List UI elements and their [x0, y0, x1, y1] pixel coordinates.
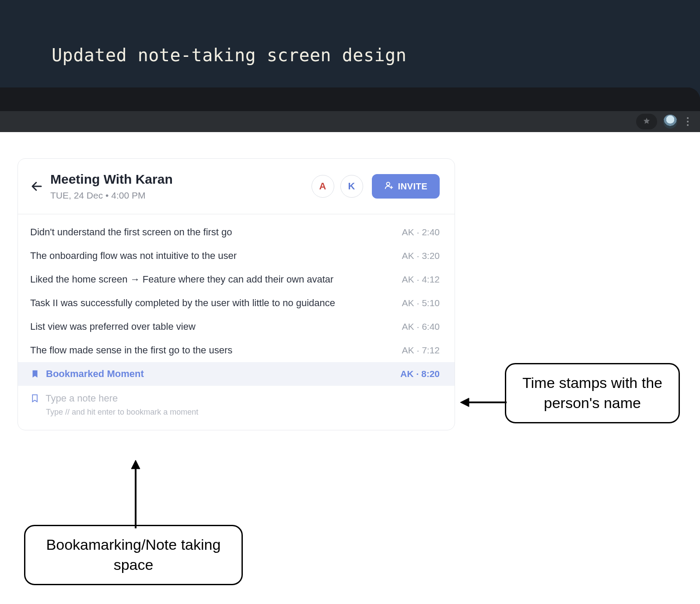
meeting-header: Meeting With Karan TUE, 24 Dec • 4:00 PM…: [18, 159, 455, 214]
bookmark-page-button[interactable]: [636, 114, 657, 129]
note-row[interactable]: The flow made sense in the first go to t…: [18, 339, 455, 362]
note-meta: AK · 5:10: [402, 298, 440, 308]
notes-list: Didn't understand the first screen on th…: [18, 214, 455, 362]
svg-marker-2: [460, 398, 469, 407]
note-input[interactable]: [46, 393, 440, 404]
note-text: Didn't understand the first screen on th…: [30, 227, 232, 238]
note-row[interactable]: Didn't understand the first screen on th…: [18, 220, 455, 244]
browser-menu-icon[interactable]: [683, 117, 692, 126]
note-meta: AK · 6:40: [402, 321, 440, 332]
meeting-subtitle: TUE, 24 Dec • 4:00 PM: [50, 190, 312, 201]
slide-title: Updated note-taking screen design: [52, 45, 406, 65]
meeting-card: Meeting With Karan TUE, 24 Dec • 4:00 PM…: [18, 158, 455, 430]
note-meta: AK · 2:40: [402, 227, 440, 237]
note-input-block: Type // and hit enter to bookmark a mome…: [18, 386, 455, 430]
note-text: List view was preferred over table view: [30, 321, 196, 332]
bookmark-label: Bookmarked Moment: [46, 368, 144, 380]
note-row[interactable]: List view was preferred over table viewA…: [18, 315, 455, 339]
bookmark-meta: AK · 8:20: [400, 369, 440, 379]
svg-marker-4: [131, 460, 140, 469]
note-meta: AK · 4:12: [402, 274, 440, 285]
note-meta: AK · 7:12: [402, 345, 440, 356]
invite-button[interactable]: INVITE: [372, 174, 440, 199]
note-text: The flow made sense in the first go to t…: [30, 345, 232, 356]
meeting-title: Meeting With Karan: [50, 172, 312, 187]
attendee-list: AK: [312, 175, 363, 198]
note-text: The onboarding flow was not intuitive to…: [30, 250, 237, 262]
note-row[interactable]: The onboarding flow was not intuitive to…: [18, 244, 455, 268]
note-meta: AK · 3:20: [402, 251, 440, 261]
star-icon: [642, 116, 651, 127]
invite-label: INVITE: [398, 182, 427, 192]
note-text: Liked the home screen → Feature where th…: [30, 274, 333, 285]
bookmarked-moment-row[interactable]: Bookmarked Moment AK · 8:20: [18, 362, 455, 386]
profile-avatar[interactable]: [663, 115, 677, 129]
note-text: Task II was successfully completed by th…: [30, 297, 335, 309]
invite-icon: [384, 181, 394, 192]
back-button[interactable]: [30, 180, 43, 193]
attendee-badge[interactable]: K: [340, 175, 363, 198]
bookmark-outline-icon: [30, 394, 39, 403]
note-row[interactable]: Liked the home screen → Feature where th…: [18, 268, 455, 291]
bookmark-filled-icon: [30, 369, 40, 379]
annotation-arrow-notespace: [127, 459, 144, 529]
browser-tabstrip: [0, 87, 700, 111]
note-row[interactable]: Task II was successfully completed by th…: [18, 291, 455, 315]
annotation-timestamps: Time stamps with the person's name: [505, 363, 680, 423]
annotation-arrow-timestamps: [459, 394, 508, 411]
note-input-hint: Type // and hit enter to bookmark a mome…: [46, 408, 440, 417]
attendee-badge[interactable]: A: [312, 175, 334, 198]
annotation-notespace: Bookamarking/Note taking space: [24, 525, 243, 585]
browser-toolbar: [0, 111, 700, 132]
svg-point-0: [386, 182, 389, 185]
